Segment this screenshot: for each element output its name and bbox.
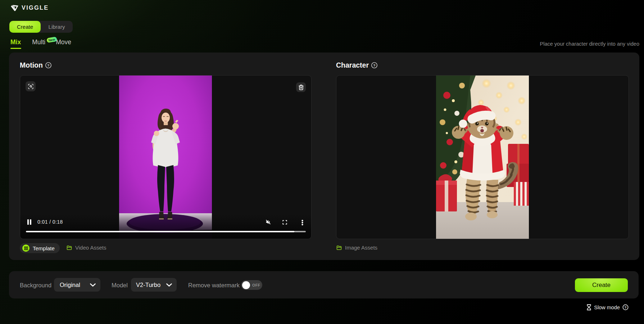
- svg-text:?: ?: [47, 63, 49, 67]
- svg-text:?: ?: [625, 305, 627, 309]
- svg-text:?: ?: [373, 63, 376, 67]
